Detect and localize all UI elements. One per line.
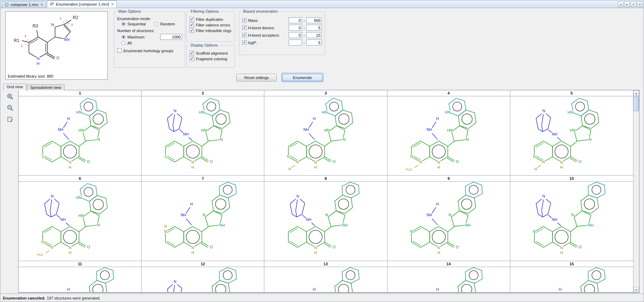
close-icon[interactable]: ✕ bbox=[40, 3, 44, 6]
svg-text:H: H bbox=[559, 287, 561, 291]
scroll-down-icon[interactable]: ▼ bbox=[633, 287, 639, 292]
svg-text:N: N bbox=[325, 213, 328, 217]
svg-text:N: N bbox=[533, 155, 536, 159]
svg-text:N: N bbox=[192, 160, 194, 164]
svg-text:O: O bbox=[333, 245, 336, 249]
all-radio[interactable] bbox=[121, 41, 126, 45]
export-image-button[interactable] bbox=[6, 115, 14, 123]
biased-checkbox-1[interactable]: ✓ bbox=[242, 25, 247, 30]
svg-text:H: H bbox=[190, 202, 193, 206]
sequential-radio[interactable] bbox=[121, 22, 126, 26]
enumerate-button[interactable]: Enumerate bbox=[282, 73, 323, 82]
grid-cell[interactable]: 9NHONHNHNNH bbox=[387, 176, 510, 261]
grid-cell[interactable]: 1NHOSHNHHNNHN bbox=[19, 90, 142, 176]
grid-cell[interactable]: 5NHONNHNNHHNNHN bbox=[510, 90, 633, 176]
structure-drawing: NHONHHNHNNH bbox=[19, 267, 142, 292]
svg-text:HN: HN bbox=[76, 195, 82, 200]
svg-text:N: N bbox=[466, 137, 469, 141]
vertical-scrollbar[interactable]: ▲ ▼ bbox=[633, 90, 639, 292]
structure-number: 4 bbox=[387, 90, 510, 96]
svg-text:HN: HN bbox=[567, 110, 573, 114]
biased-max-input[interactable] bbox=[306, 32, 322, 38]
structure-drawing: NHONNHHNHHNNHN bbox=[264, 96, 387, 175]
display-1-checkbox[interactable]: ✓ bbox=[189, 56, 194, 61]
homology-checkbox[interactable] bbox=[117, 48, 122, 53]
svg-text:N: N bbox=[410, 155, 413, 159]
grid-cell[interactable]: 12NHONHNNHNNH bbox=[142, 261, 264, 292]
svg-text:NH: NH bbox=[219, 223, 225, 227]
maximum-input[interactable] bbox=[160, 34, 182, 40]
filter-0-checkbox[interactable]: ✓ bbox=[189, 17, 194, 22]
filter-1-row: ✓Filter valence errors bbox=[189, 23, 232, 27]
reset-settings-button[interactable]: Reset settings bbox=[236, 74, 277, 81]
svg-text:HN: HN bbox=[78, 128, 84, 132]
grid-cell[interactable]: 4NHONNH₃CHNHHNNHN bbox=[387, 90, 510, 176]
maximum-radio[interactable] bbox=[121, 35, 126, 39]
svg-text:N: N bbox=[51, 23, 54, 27]
biased-max-input[interactable] bbox=[306, 25, 322, 31]
scroll-left-icon[interactable]: ◂ bbox=[618, 1, 624, 7]
close-icon[interactable]: ✕ bbox=[111, 2, 114, 6]
grid-cell[interactable]: 11NHONHHNHNNH bbox=[19, 261, 142, 292]
svg-text:R3: R3 bbox=[32, 24, 38, 29]
range-separator: - bbox=[303, 41, 305, 45]
scroll-thumb[interactable] bbox=[633, 96, 639, 111]
svg-text:HN: HN bbox=[322, 110, 327, 114]
svg-text:N: N bbox=[437, 246, 440, 250]
svg-text:N: N bbox=[174, 109, 176, 113]
biased-checkbox-3[interactable]: ✓ bbox=[242, 40, 247, 45]
svg-text:NH: NH bbox=[342, 223, 348, 227]
biased-min-input[interactable] bbox=[289, 25, 302, 31]
random-radio[interactable] bbox=[154, 22, 158, 26]
random-label: Random bbox=[160, 22, 175, 26]
svg-text:N: N bbox=[571, 213, 574, 217]
grid-cell[interactable]: 14NHONHNHNNH bbox=[387, 261, 510, 292]
svg-text:N: N bbox=[174, 279, 176, 284]
structure-drawing: NHONHHNHNNH bbox=[142, 182, 264, 261]
biased-checkbox-0[interactable]: ✓ bbox=[242, 18, 247, 23]
tab-composer[interactable]: composer 1.mrv ✕ bbox=[2, 1, 46, 8]
biased-checkbox-2[interactable]: ✓ bbox=[242, 33, 247, 37]
tab-spreadsheet-view[interactable]: Spreadsheet view bbox=[27, 84, 65, 90]
grid-cell[interactable]: 7NHONHHNHNNH bbox=[142, 176, 264, 261]
svg-text:NH: NH bbox=[465, 223, 471, 227]
structure-number: 14 bbox=[387, 261, 510, 267]
export-image-icon bbox=[7, 116, 14, 123]
grid-cell[interactable]: 6NHONNH₃CNNHHNNHN bbox=[19, 176, 142, 261]
svg-text:H: H bbox=[436, 202, 439, 206]
biased-max-input[interactable] bbox=[306, 17, 322, 23]
grid-cell[interactable]: 15NHONHNHNNH bbox=[510, 261, 633, 292]
svg-text:HN: HN bbox=[445, 110, 450, 114]
zoom-in-button[interactable] bbox=[6, 93, 14, 101]
biased-min-input[interactable] bbox=[289, 40, 302, 46]
svg-text:NH: NH bbox=[60, 217, 66, 222]
svg-text:NH: NH bbox=[426, 127, 432, 132]
svg-text:N: N bbox=[449, 213, 451, 217]
svg-text:S: S bbox=[164, 155, 167, 159]
svg-text:NH: NH bbox=[588, 223, 594, 227]
grid-cell[interactable]: 3NHONNHHNHHNNHN bbox=[264, 90, 387, 176]
grid-cell[interactable]: 10NHONNNHNNH bbox=[510, 176, 633, 261]
scroll-up-icon[interactable]: ▲ bbox=[633, 90, 639, 96]
display-0-checkbox[interactable]: ✓ bbox=[189, 51, 194, 55]
zoom-out-button[interactable] bbox=[6, 104, 14, 112]
filter-1-checkbox[interactable]: ✓ bbox=[189, 23, 194, 27]
biased-min-input[interactable] bbox=[289, 32, 302, 38]
grid-cell[interactable]: 2NHOSNNHHNNHN bbox=[142, 90, 264, 176]
biased-row: ✓H-bond acceptors:- bbox=[242, 32, 322, 38]
tab-grid-view[interactable]: Grid view bbox=[3, 84, 26, 90]
scroll-right-icon[interactable]: ▸ bbox=[624, 1, 630, 7]
filter-2-checkbox[interactable]: ✓ bbox=[189, 28, 194, 33]
grid-cell[interactable]: 8NHONNHNNH bbox=[264, 176, 387, 261]
biased-max-input[interactable] bbox=[306, 40, 322, 46]
svg-text:N: N bbox=[68, 246, 71, 250]
biased-min-input[interactable] bbox=[289, 17, 302, 23]
tab-list-icon[interactable]: ▾ bbox=[631, 1, 636, 7]
svg-text:H: H bbox=[437, 165, 440, 169]
close-tab-icon[interactable]: ✕ bbox=[637, 1, 643, 7]
structure-number: 2 bbox=[142, 90, 264, 96]
tab-enumeration[interactable]: R Enumeration [composer 1.mrv] ✕ bbox=[47, 0, 117, 8]
svg-text:HN: HN bbox=[76, 110, 82, 114]
filter-0-label: Filter duplicates bbox=[196, 17, 223, 22]
grid-cell[interactable]: 13NHOHNHNNH bbox=[264, 261, 387, 292]
